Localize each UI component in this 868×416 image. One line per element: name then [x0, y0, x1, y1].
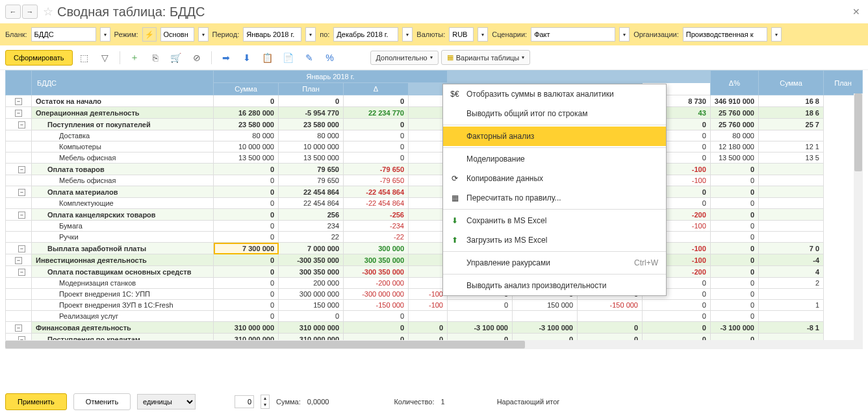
menu-perspectives[interactable]: Управление ракурсамиCtrl+W [443, 253, 666, 273]
cell[interactable]: 0 [214, 95, 279, 107]
currency-input[interactable] [449, 27, 474, 42]
cell[interactable]: 0 [710, 311, 758, 322]
cell[interactable]: 25 760 000 [710, 107, 758, 119]
cell[interactable]: 23 580 000 [279, 119, 344, 130]
table-row[interactable]: Модернизация станков0200 000-200 000002 [6, 278, 863, 289]
tree-toggle[interactable]: − [15, 324, 22, 332]
variants-dropdown[interactable]: ▦ Варианты таблицы ▾ [441, 50, 531, 65]
cell[interactable]: -150 000 [344, 300, 409, 311]
menu-factor-analysis[interactable]: Факторный анализ [443, 127, 666, 146]
tree-toggle[interactable]: − [18, 166, 25, 173]
cell[interactable]: 80 000 [214, 130, 279, 141]
cell[interactable] [409, 209, 448, 221]
cell[interactable]: 18 6 [759, 107, 824, 119]
cell[interactable]: 300 000 [344, 243, 409, 254]
nav-back-button[interactable]: ← [5, 5, 21, 19]
cell[interactable] [409, 119, 448, 130]
cell[interactable]: 10 000 000 [214, 141, 279, 153]
cell[interactable] [409, 153, 448, 164]
cell[interactable]: -22 454 864 [344, 186, 409, 198]
delete-icon[interactable]: ⊘ [188, 49, 206, 66]
tree-toggle[interactable]: − [18, 245, 25, 252]
more-dropdown[interactable]: Дополнительно ▾ [370, 51, 439, 65]
cell[interactable]: -79 650 [344, 164, 409, 175]
cell[interactable]: 22 454 864 [279, 186, 344, 198]
cell[interactable]: 0 [214, 209, 279, 221]
table-row[interactable]: −Остаток на начало0008 730346 910 00016 … [6, 95, 863, 107]
menu-perf-analysis[interactable]: Выводить анализ производительности [443, 276, 666, 295]
cell[interactable]: 16 280 000 [214, 107, 279, 119]
cell[interactable]: 300 000 000 [279, 289, 344, 300]
favorite-star-icon[interactable]: ☆ [43, 5, 53, 19]
period-to-dropdown[interactable]: ▾ [402, 27, 413, 42]
cell[interactable]: 25 760 000 [710, 119, 758, 130]
cell[interactable]: 0 [710, 198, 758, 209]
cell[interactable]: -3 100 000 [513, 322, 578, 334]
cell[interactable]: 22 454 864 [279, 198, 344, 209]
cell[interactable]: 12 1 [759, 141, 824, 153]
tree-toggle[interactable]: − [18, 212, 25, 219]
cell[interactable]: 0 [409, 322, 448, 334]
cell[interactable]: -100 [409, 300, 448, 311]
menu-show-currency[interactable]: $€Отобразить суммы в валютах аналитики [443, 84, 666, 104]
cell[interactable] [578, 311, 643, 322]
table-row[interactable]: Компьютеры10 000 00010 000 0000012 180 0… [6, 141, 863, 153]
cell[interactable]: 0 [643, 300, 711, 311]
arrow-right-icon[interactable]: ➡ [217, 49, 235, 66]
org-dropdown[interactable]: ▾ [771, 27, 782, 42]
scrollbar-vertical[interactable] [854, 93, 863, 349]
cell[interactable]: 23 580 000 [214, 119, 279, 130]
cell[interactable]: 346 910 000 [710, 95, 758, 107]
table-row[interactable]: Комплектующие022 454 864-22 454 86400 [6, 198, 863, 209]
table-row[interactable]: −Поступления от покупателей23 580 00023 … [6, 119, 863, 130]
period-from-input[interactable] [243, 27, 301, 42]
cell[interactable] [409, 95, 448, 107]
table-row[interactable]: −Оплата товаров079 650-79 6500-1000 [6, 164, 863, 175]
cell[interactable]: 80 000 [279, 130, 344, 141]
cell[interactable]: 300 350 000 [279, 266, 344, 278]
cell[interactable]: -150 000 [578, 300, 643, 311]
cell[interactable] [759, 221, 824, 232]
cell[interactable]: 310 000 000 [214, 322, 279, 334]
period-to-input[interactable] [333, 27, 398, 42]
cell[interactable] [409, 186, 448, 198]
mode-input[interactable] [160, 27, 194, 42]
cell[interactable]: 0 [214, 164, 279, 175]
cell[interactable] [409, 243, 448, 254]
tree-toggle[interactable]: − [15, 110, 22, 117]
org-input[interactable] [683, 27, 767, 42]
menu-save-excel[interactable]: ⬇Сохранить в MS Excel [443, 211, 666, 230]
table-row[interactable]: Доставка80 00080 0000080 000 [6, 130, 863, 141]
cell[interactable] [409, 266, 448, 278]
table-row[interactable]: Мебель офисная13 500 00013 500 0000013 5… [6, 153, 863, 164]
cell[interactable]: 0 [710, 164, 758, 175]
cell[interactable]: -200 000 [344, 278, 409, 289]
scenario-dropdown[interactable]: ▾ [619, 27, 630, 42]
cell[interactable]: 13 500 000 [279, 153, 344, 164]
cell[interactable]: 0 [344, 119, 409, 130]
menu-row-totals[interactable]: Выводить общий итог по строкам [443, 104, 666, 123]
cell[interactable]: 200 000 [279, 278, 344, 289]
tree-toggle[interactable]: − [15, 98, 22, 105]
cell[interactable]: 0 [710, 209, 758, 221]
cell[interactable]: 79 650 [279, 175, 344, 186]
num-spinner[interactable]: ▴▾ [261, 395, 270, 409]
cell[interactable]: 0 [710, 175, 758, 186]
table-row[interactable]: −Операционная деятельность16 280 000-5 9… [6, 107, 863, 119]
cell[interactable]: -256 [344, 209, 409, 221]
cell[interactable] [513, 311, 578, 322]
cell[interactable]: 0 [279, 311, 344, 322]
cell[interactable] [759, 289, 824, 300]
cell[interactable]: 0 [710, 243, 758, 254]
cell[interactable] [409, 107, 448, 119]
cell[interactable] [409, 141, 448, 153]
cell[interactable]: 2 [759, 278, 824, 289]
scrollbar-horizontal[interactable] [5, 340, 854, 349]
cell[interactable]: 1 [759, 300, 824, 311]
cube-icon[interactable]: ⬚ [75, 49, 94, 66]
cell[interactable]: -3 100 000 [448, 322, 513, 334]
cell[interactable]: 150 000 [279, 300, 344, 311]
cell[interactable]: 0 [214, 300, 279, 311]
cell[interactable]: 0 [710, 186, 758, 198]
menu-modeling[interactable]: Моделирование [443, 149, 666, 169]
